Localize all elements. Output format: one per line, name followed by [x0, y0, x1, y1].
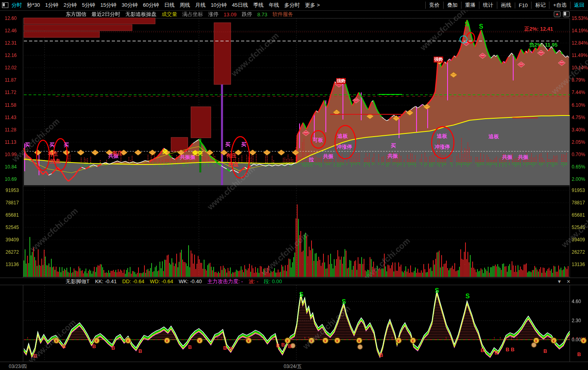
- chart-title-items: 东方国信最近2日分时无影追板操盘成交量满占坐标涨停13.09跌停8.73软件服务: [66, 11, 298, 18]
- chart-title-item: 软件服务: [273, 11, 293, 18]
- close-icon[interactable]: ✕: [567, 279, 570, 284]
- tool-menu-item[interactable]: 重播: [461, 2, 479, 9]
- chart-title-item: 满占坐标: [182, 11, 203, 18]
- chart-title-item: 东方国信: [66, 11, 86, 18]
- indicator-header-bar: 无影脚做TKK: -0.41DD: -0.64WD: -0.64WK: -0.4…: [0, 278, 588, 285]
- indicator-value: WK: -0.40: [179, 278, 202, 284]
- period-menu-item[interactable]: 周线: [180, 2, 190, 9]
- chart-title-item: 成交量: [162, 11, 177, 18]
- chart-title-item: 无影追板操盘: [125, 11, 156, 18]
- window-icon[interactable]: [2, 2, 8, 8]
- indicator-value: 无影脚做T: [66, 278, 90, 285]
- tool-menu-item[interactable]: 竞价: [425, 2, 443, 9]
- tool-menu-item[interactable]: 画线: [497, 2, 515, 9]
- indicator-value: DD: -0.64: [122, 278, 144, 284]
- tool-menu-item[interactable]: F10: [515, 2, 531, 8]
- indicator-value: 波: -: [249, 278, 259, 285]
- period-menu-item[interactable]: 更多 >: [305, 2, 320, 9]
- period-menu-item[interactable]: 季线: [253, 2, 264, 9]
- date-axis: 03/23/四03/24/五: [0, 362, 588, 370]
- tool-menu-item[interactable]: +自选: [549, 2, 570, 9]
- period-menu-item[interactable]: 多分时: [284, 2, 300, 9]
- collapse-icon[interactable]: ▼: [557, 279, 562, 284]
- chart-title-item: 13.09: [224, 12, 237, 18]
- date-label: 03/24/五: [284, 363, 302, 370]
- chart-title-bar: 东方国信最近2日分时无影追板操盘成交量满占坐标涨停13.09跌停8.73软件服务…: [0, 10, 588, 18]
- top-menu-bar: 分时秒*301分钟2分钟5分钟15分钟30分钟60分钟日线周线月线10分钟45日…: [0, 0, 588, 11]
- indicator-value: KK: -0.41: [95, 278, 117, 284]
- tool-menu-item[interactable]: 叠加: [443, 2, 461, 9]
- period-menu-item[interactable]: 日线: [164, 2, 175, 9]
- period-menu: 分时秒*301分钟2分钟5分钟15分钟30分钟60分钟日线周线月线10分钟45日…: [12, 2, 320, 9]
- date-label: 03/23/四: [9, 363, 27, 370]
- indicator-value: WD: -0.64: [150, 278, 173, 284]
- chart-title-item: 8.73: [257, 12, 267, 18]
- stock-chart-canvas[interactable]: [0, 0, 588, 370]
- tool-menu-item[interactable]: 返回: [570, 2, 588, 9]
- tool-menu: 竞价叠加重播统计画线F10标记+自选返回: [425, 2, 588, 9]
- period-menu-item[interactable]: 15分钟: [100, 2, 116, 9]
- pane-up-icon[interactable]: ▲: [554, 11, 561, 17]
- period-menu-item[interactable]: 60分钟: [143, 2, 159, 9]
- period-menu-item[interactable]: 2分钟: [64, 2, 77, 9]
- indicator-value: 主力攻击力度: -: [207, 278, 243, 285]
- period-menu-item[interactable]: 30分钟: [122, 2, 138, 9]
- chart-title-item: 最近2日分时: [92, 11, 120, 18]
- period-menu-item[interactable]: 45日线: [232, 2, 248, 9]
- period-menu-item[interactable]: 分时: [12, 2, 22, 9]
- tool-menu-item[interactable]: 标记: [531, 2, 549, 9]
- chart-title-item: 跌停: [242, 11, 252, 18]
- period-menu-item[interactable]: 秒*30: [27, 2, 40, 9]
- tool-menu-item[interactable]: 统计: [479, 2, 497, 9]
- pane-split-icon[interactable]: [563, 11, 570, 17]
- period-menu-item[interactable]: 10分钟: [211, 2, 227, 9]
- chart-title-item: 涨停: [208, 11, 218, 18]
- period-menu-item[interactable]: 1分钟: [45, 2, 58, 9]
- period-menu-item[interactable]: 5分钟: [82, 2, 95, 9]
- indicator-value: 段: 0.00: [264, 278, 282, 285]
- indicator-values: 无影脚做TKK: -0.41DD: -0.64WD: -0.64WK: -0.4…: [66, 278, 288, 285]
- period-menu-item[interactable]: 年线: [269, 2, 279, 9]
- period-menu-item[interactable]: 月线: [195, 2, 206, 9]
